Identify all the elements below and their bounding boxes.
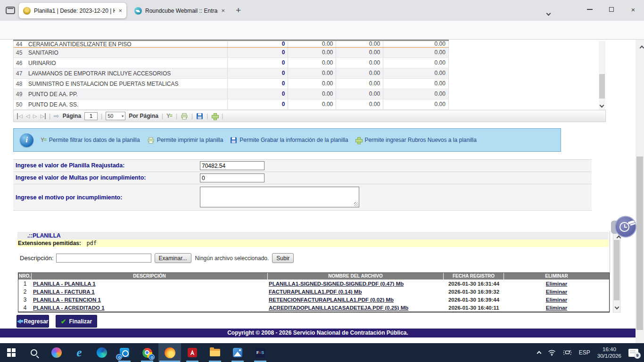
floating-timer-widget[interactable] <box>615 216 636 238</box>
file-row: 4 PLANILLA - ACREDITADO 1 ACREDITADOPLAN… <box>18 304 609 312</box>
resize-handle-icon[interactable] <box>354 202 358 206</box>
file-name-link[interactable]: ACREDITADOPLANILLA1CASADETEJA.PDF (0.25)… <box>269 305 408 311</box>
tray-cast-icon[interactable] <box>563 349 572 356</box>
file-desc-link[interactable]: PLANILLA - FACTURA 1 <box>33 289 95 295</box>
file-desc-link[interactable]: PLANILLA - ACREDITADO 1 <box>33 305 105 311</box>
motivo-textarea[interactable] <box>200 187 359 207</box>
file-date: 2026-01-30 16:39:32 <box>444 289 504 295</box>
header-fecha: FECHA REGISTRO <box>444 273 504 280</box>
row-number: 45 <box>14 49 26 56</box>
table-row[interactable]: 50 PUNTO DE AA. SS. 0 0.00 0.00 0.00 <box>14 99 449 110</box>
page-scrollbar[interactable] <box>636 40 644 343</box>
print-icon[interactable] <box>181 113 188 120</box>
add-row-icon <box>355 137 362 144</box>
file-desc-link[interactable]: PLANILLA - RETENCION 1 <box>33 297 101 303</box>
scrollbar-thumb[interactable] <box>636 156 643 330</box>
tab-planilla[interactable]: Planilla1 | Desde: 2023-12-20 | H × <box>19 3 126 18</box>
tray-clock[interactable]: 16:40 30/1/2026 <box>597 346 621 359</box>
taskbar-search-button[interactable] <box>23 343 45 362</box>
file-name-link[interactable]: RETENCIONFACTURAPLANILLA1.PDF (0.02) Mb <box>269 297 394 303</box>
subir-button[interactable]: Subir <box>272 253 294 263</box>
taskbar-chrome-button[interactable] <box>136 343 158 362</box>
legend-text: Permite Grabar la información de la plan… <box>239 137 348 143</box>
scrollbar-thumb[interactable] <box>614 240 619 300</box>
start-button[interactable] <box>0 343 23 362</box>
scrollbar-down-icon[interactable] <box>600 102 603 108</box>
reajustada-input[interactable] <box>200 161 264 170</box>
new-tab-button[interactable]: + <box>236 5 241 16</box>
taskbar-ie-button[interactable]: e <box>68 343 91 362</box>
multas-input[interactable] <box>200 173 264 182</box>
notification-center-icon[interactable]: 9 <box>628 349 638 357</box>
per-page-select[interactable]: 50 ▾ <box>106 112 125 120</box>
tab-favicon-roundcube <box>134 7 142 15</box>
taskbar-explorer-button[interactable] <box>204 343 226 362</box>
file-desc-link[interactable]: PLANILLA - PLANILLA 1 <box>33 281 96 287</box>
taskbar-acrobat-button[interactable] <box>181 343 204 362</box>
file-delete-link[interactable]: Eliminar <box>546 297 567 303</box>
file-delete-link[interactable]: Eliminar <box>546 281 567 287</box>
copilot-icon <box>51 347 62 358</box>
row-number: 49 <box>14 91 26 98</box>
tab-roundcube[interactable]: Roundcube Webmail :: Entrada × <box>130 3 229 18</box>
regresar-button[interactable]: Regresar <box>17 315 49 328</box>
add-row-icon[interactable] <box>211 113 218 120</box>
file-delete-link[interactable]: Eliminar <box>546 289 567 295</box>
row-value: 0.00 <box>383 41 449 47</box>
taskbar-firefox-button[interactable] <box>158 343 181 362</box>
filter-icon[interactable]: Y= <box>166 114 173 118</box>
taskbar-copilot-button[interactable] <box>45 343 68 362</box>
row-value: 0.00 <box>336 99 383 109</box>
row-qty: 0 <box>227 68 288 78</box>
page-last-button[interactable]: ▷ <box>40 113 45 119</box>
file-nro: 4 <box>18 304 32 311</box>
upload-frame-scrollbar[interactable] <box>613 232 620 313</box>
motivo-label: Ingrese el motivo por incumplimiento: <box>13 184 200 210</box>
finalizar-button[interactable]: ✔ Finalizar <box>56 315 97 328</box>
extensions-value: pdf <box>86 240 97 247</box>
table-row[interactable]: 49 PUNTO DE AA. PP. 0 0.00 0.00 0.00 <box>14 89 449 99</box>
window-restore-button[interactable] <box>601 0 622 19</box>
legend-text: Permite imprimir la planilla <box>157 137 223 143</box>
taskbar-outlook-button[interactable] <box>113 343 136 362</box>
file-delete-link[interactable]: Eliminar <box>546 305 567 311</box>
table-row[interactable]: 44 CERAMICA ANTIDESLIZANTE EN PISO 0 0.0… <box>14 41 449 48</box>
window-minimize-button[interactable] <box>579 0 601 19</box>
row-description: LAVAMANOS DE EMPOTRAR INCLUYE ACCESORIOS <box>26 70 228 77</box>
table-row[interactable]: 48 SUMINISTRO E INSTALACION DE PUERTAS M… <box>14 79 449 89</box>
table-row[interactable]: 45 SANITARIO 0 0.00 0.00 0.00 <box>14 48 449 58</box>
items-table-scrollbar[interactable] <box>599 41 605 110</box>
file-date: 2026-01-30 16:31:44 <box>444 281 504 287</box>
file-nro: 2 <box>18 288 32 295</box>
page-next-button[interactable]: ▷ <box>33 113 37 119</box>
scrollbar-thumb[interactable] <box>599 74 605 99</box>
taskbar-edge-button[interactable] <box>91 343 113 362</box>
save-icon[interactable] <box>196 113 203 120</box>
page-prev-button[interactable]: ◁ <box>25 113 29 119</box>
row-value: 0.00 <box>383 99 449 109</box>
firefox-view-icon[interactable] <box>6 7 15 14</box>
language-indicator[interactable]: ESP <box>579 349 590 356</box>
table-row[interactable]: 46 URINARIO 0 0.00 0.00 0.00 <box>14 58 449 68</box>
examinar-button[interactable]: Examinar... <box>155 253 191 263</box>
page-number-input[interactable] <box>84 112 98 120</box>
file-name-link[interactable]: PLANILLA1-SIGNED-SIGNED-SIGNED.PDF (0.47… <box>269 281 404 287</box>
tab-close-icon[interactable]: × <box>118 8 122 14</box>
tab-list-chevron-icon[interactable] <box>547 8 550 17</box>
scrollbar-down-icon[interactable] <box>615 304 619 310</box>
tray-chevron-up-icon[interactable] <box>537 348 541 357</box>
row-value: 0.00 <box>288 68 336 78</box>
taskbar-fes-button[interactable]: F≡S <box>249 343 272 362</box>
file-name-link[interactable]: FACTURAPLANILLA1.PDF (0.14) Mb <box>269 289 362 295</box>
tab-close-icon[interactable]: × <box>221 8 225 14</box>
info-icon: i <box>20 133 33 147</box>
window-close-button[interactable]: × <box>622 0 644 19</box>
table-row[interactable]: 47 LAVAMANOS DE EMPOTRAR INCLUYE ACCESOR… <box>14 68 449 79</box>
descripcion-input[interactable] <box>56 254 151 263</box>
upload-section-title: .::PLANILLA <box>17 232 609 239</box>
taskbar-photos-button[interactable] <box>226 343 249 362</box>
wifi-icon[interactable] <box>548 349 556 356</box>
row-number: 46 <box>14 60 26 66</box>
row-value: 0.00 <box>383 89 449 99</box>
page-first-button[interactable]: ◁ <box>17 113 22 119</box>
